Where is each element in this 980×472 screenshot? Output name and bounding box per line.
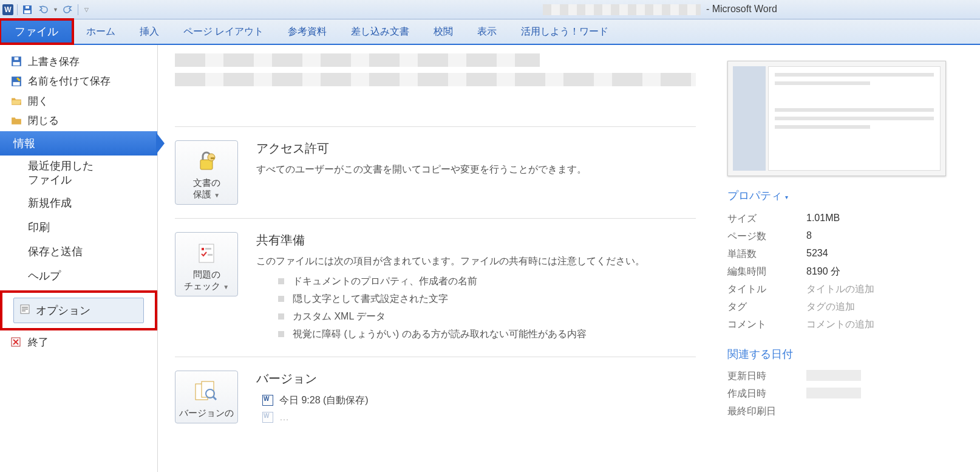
svg-rect-16 <box>199 244 214 262</box>
tab-review[interactable]: 校閲 <box>421 19 465 44</box>
redacted-filename <box>543 4 701 15</box>
svg-rect-19 <box>208 254 213 256</box>
sidebar-share[interactable]: 保存と送信 <box>0 239 157 264</box>
qat-separator <box>17 4 18 15</box>
document-thumbnail[interactable] <box>727 61 946 176</box>
section-permissions: 文書の 保護 ▼ アクセス許可 すべてのユーザーがこの文書を開いてコピーや変更を… <box>175 126 696 218</box>
prop-row-tags[interactable]: タグタグの追加 <box>727 298 953 316</box>
file-tab-highlight: ファイル <box>0 18 74 45</box>
redo-icon[interactable] <box>62 4 74 16</box>
prop-row-words: 単語数5234 <box>727 245 953 263</box>
qat-customize-dropdown-icon[interactable]: ▽ <box>84 7 89 13</box>
tab-mailings[interactable]: 差し込み文書 <box>339 19 421 44</box>
sidebar-item-label: 終了 <box>28 337 49 349</box>
tab-home[interactable]: ホーム <box>74 19 128 44</box>
word-app-icon: W <box>2 4 13 15</box>
svg-rect-4 <box>13 62 19 66</box>
svg-rect-9 <box>22 307 28 308</box>
tab-references[interactable]: 参考資料 <box>276 19 339 44</box>
protect-document-button[interactable]: 文書の 保護 ▼ <box>175 140 238 205</box>
prepare-title: 共有準備 <box>256 232 696 248</box>
tab-custom[interactable]: 活用しよう！ワード <box>509 19 621 44</box>
sidebar-save[interactable]: 上書き保存 <box>0 52 157 72</box>
svg-rect-1 <box>24 10 30 13</box>
section-prepare: 問題の チェック ▼ 共有準備 このファイルには次の項目が含まれています。ファイ… <box>175 218 696 357</box>
versions-title: バージョン <box>256 371 696 387</box>
sidebar-item-label: ヘルプ <box>28 268 61 283</box>
word-doc-icon <box>262 395 273 406</box>
prop-row-last-printed: 最終印刷日 <box>727 403 953 420</box>
chevron-down-icon: ▼ <box>223 284 229 290</box>
options-highlight: オプション <box>0 290 157 330</box>
sidebar-help[interactable]: ヘルプ <box>0 264 157 288</box>
undo-icon[interactable] <box>37 4 49 16</box>
properties-pane: プロパティ ▾ サイズ1.01MB ページ数8 単語数5234 編集時間8190… <box>720 53 963 466</box>
prop-row-title[interactable]: タイトルタイトルの追加 <box>727 281 953 298</box>
square-bullet-icon <box>278 313 284 320</box>
svg-rect-17 <box>202 248 204 250</box>
properties-header[interactable]: プロパティ ▾ <box>727 188 953 203</box>
permissions-title: アクセス許可 <box>256 140 696 157</box>
ribbon-tabs: ファイル ホーム 挿入 ページ レイアウト 参考資料 差し込み文書 校閲 表示 … <box>0 19 980 45</box>
tab-view[interactable]: 表示 <box>465 19 509 44</box>
save-as-icon <box>11 76 23 88</box>
square-bullet-icon <box>278 278 284 284</box>
prepare-bullets: ドキュメントのプロパティ、作成者の名前 隠し文字として書式設定された文字 カスタ… <box>256 273 696 343</box>
app-suffix: - Microsoft Word <box>706 4 777 14</box>
sidebar-item-label: 情報 <box>13 136 35 151</box>
word-doc-icon <box>262 412 273 423</box>
section-versions: バージョンの バージョン 今日 9:28 (自動保存) … <box>175 357 696 439</box>
sidebar-item-label: 閉じる <box>28 115 59 127</box>
save-icon[interactable] <box>21 4 33 16</box>
svg-rect-5 <box>15 57 19 60</box>
sidebar-item-label: 名前を付けて保存 <box>28 75 111 87</box>
exit-icon <box>11 337 23 349</box>
redacted-value <box>806 388 861 398</box>
sidebar-item-label: 開く <box>28 95 49 108</box>
tab-page-layout[interactable]: ページ レイアウト <box>171 19 276 44</box>
options-icon <box>20 304 32 316</box>
qat-separator <box>78 4 78 15</box>
quick-access-toolbar: W ▼ ▽ <box>2 4 89 16</box>
prepare-desc: このファイルには次の項目が含まれています。ファイルの共有時には注意してください。 <box>256 253 696 269</box>
list-item: 隠し文字として書式設定された文字 <box>256 290 696 308</box>
folder-open-icon <box>11 95 23 108</box>
info-pane: 文書の 保護 ▼ アクセス許可 すべてのユーザーがこの文書を開いてコピーや変更を… <box>175 53 696 466</box>
sidebar-new[interactable]: 新規作成 <box>0 191 157 215</box>
svg-line-23 <box>213 397 216 400</box>
svg-rect-2 <box>26 6 29 9</box>
sidebar-info[interactable]: 情報 <box>0 131 157 156</box>
sidebar-open[interactable]: 開く <box>0 92 157 111</box>
prop-row-comments[interactable]: コメントコメントの追加 <box>727 316 953 333</box>
version-entry[interactable]: 今日 9:28 (自動保存) <box>256 392 696 409</box>
undo-dropdown-icon[interactable]: ▼ <box>53 7 58 13</box>
manage-versions-button[interactable]: バージョンの <box>175 371 238 423</box>
check-issues-button[interactable]: 問題の チェック ▼ <box>175 232 238 296</box>
titlebar: W ▼ ▽ - Microsoft Word <box>0 0 980 19</box>
tab-file[interactable]: ファイル <box>1 21 72 43</box>
tab-insert[interactable]: 挿入 <box>128 19 171 44</box>
sidebar-item-label: 保存と送信 <box>28 244 83 259</box>
redacted-value <box>806 370 861 381</box>
svg-rect-7 <box>13 82 19 86</box>
sidebar-options[interactable]: オプション <box>13 298 144 323</box>
svg-rect-18 <box>205 248 211 250</box>
sidebar-item-label: オプション <box>36 303 90 318</box>
window-title: - Microsoft Word <box>543 4 777 15</box>
chevron-down-icon: ▼ <box>214 192 220 199</box>
sidebar-save-as[interactable]: 名前を付けて保存 <box>0 72 157 91</box>
sidebar-item-label: 最近使用した ファイル <box>28 159 94 188</box>
chevron-down-icon: ▾ <box>785 194 788 200</box>
square-bullet-icon <box>278 296 284 302</box>
prop-row-size: サイズ1.01MB <box>727 210 953 228</box>
sidebar-recent[interactable]: 最近使用した ファイル <box>0 156 157 191</box>
checklist-icon <box>178 239 235 267</box>
prop-row-updated: 更新日時 <box>727 368 953 385</box>
sidebar-print[interactable]: 印刷 <box>0 215 157 239</box>
list-item: 視覚に障碍 (しょうがい) のある方が読み取れない可能性がある内容 <box>256 326 696 343</box>
sidebar-item-label: 印刷 <box>28 220 50 234</box>
sidebar-close[interactable]: 閉じる <box>0 111 157 131</box>
svg-rect-11 <box>22 310 26 312</box>
version-entry[interactable]: … <box>256 409 696 425</box>
sidebar-exit[interactable]: 終了 <box>0 333 157 352</box>
